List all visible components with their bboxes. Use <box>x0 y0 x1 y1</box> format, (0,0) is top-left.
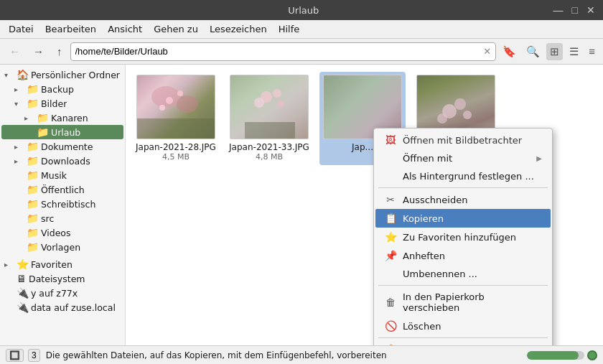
progress-bar <box>527 351 584 360</box>
ctx-item-pin[interactable]: 📌Anheften <box>375 246 551 265</box>
sidebar-item-urlaub[interactable]: 📁Urlaub <box>1 125 123 139</box>
sidebar-label-dateisystem: Dateisystem <box>29 274 85 284</box>
sidebar-item-downloads[interactable]: ▸📁Downloads <box>1 154 123 168</box>
compact-view-button[interactable]: ≡ <box>585 43 599 60</box>
menu-item-hilfe[interactable]: Hilfe <box>273 22 306 37</box>
progress-fill <box>527 351 579 360</box>
close-button[interactable]: ✕ <box>583 3 599 17</box>
sidebar-item-kanaren[interactable]: ▸📁Kanaren <box>1 111 123 125</box>
statusbar-icon-btn2[interactable]: 3 <box>28 349 40 362</box>
file-size-1: 4,8 MB <box>256 152 283 162</box>
folder-icon-oeffentlich: 📁 <box>27 184 39 195</box>
search-icon[interactable]: 🔍 <box>523 43 543 60</box>
sidebar-label-data-auf-zuse: data auf zuse.local <box>31 302 116 313</box>
svg-point-8 <box>273 89 281 98</box>
sidebar-item-dateisystem[interactable]: 🖥Dateisystem <box>1 271 123 286</box>
ctx-item-compress[interactable]: 📦Komprimieren ... <box>375 340 551 345</box>
sidebar-item-data-auf-zuse[interactable]: 🔌data auf zuse.local <box>1 300 123 314</box>
ctx-icon-pin: 📌 <box>384 250 397 261</box>
ctx-label-add-favorites: Zu Favoriten hinzufügen <box>403 232 542 243</box>
address-input[interactable] <box>75 46 484 57</box>
sidebar-label-y-auf-z77x: y auf z77x <box>31 288 78 299</box>
svg-point-0 <box>151 86 180 108</box>
sidebar-item-persoenlicher-ordner[interactable]: ▾🏠Persönlicher Ordner <box>1 67 123 82</box>
menu-item-lesezeichen[interactable]: Lesezeichen <box>204 22 273 37</box>
expand-icon-dokumente: ▸ <box>14 143 24 151</box>
minimize-button[interactable]: — <box>550 3 567 17</box>
ctx-label-copy: Kopieren <box>403 213 542 224</box>
ctx-item-move-trash[interactable]: 🗑In den Papierkorb verschieben <box>375 288 551 317</box>
file-size-0: 4,5 MB <box>162 152 190 162</box>
menubar: DateiBearbeitenAnsichtGehen zuLesezeiche… <box>0 20 603 39</box>
svg-point-16 <box>463 111 472 119</box>
list-view-button[interactable]: ☰ <box>566 43 582 60</box>
sidebar-item-dokumente[interactable]: ▸📁Dokumente <box>1 139 123 154</box>
file-area[interactable]: Japan-2021-28.JPG4,5 MBJapan-2021-33.JPG… <box>126 65 603 345</box>
sidebar-label-bilder: Bilder <box>41 98 67 109</box>
main-area: ▾🏠Persönlicher Ordner▸📁Backup▾📁Bilder▸📁K… <box>0 65 603 345</box>
forward-button[interactable]: → <box>28 42 49 60</box>
statusbar-icon-btn1[interactable]: 🔲 <box>6 349 24 362</box>
icon-view-button[interactable]: ⊞ <box>546 43 563 60</box>
sidebar-label-src: src <box>41 213 54 224</box>
ctx-item-open-with[interactable]: Öffnen mit▶ <box>375 149 551 167</box>
sidebar-item-y-auf-z77x[interactable]: 🔌y auf z77x <box>1 286 123 300</box>
folder-icon-videos: 📁 <box>27 227 39 238</box>
ctx-icon-delete: 🚫 <box>384 320 397 332</box>
menu-item-ansicht[interactable]: Ansicht <box>102 22 148 37</box>
ctx-item-add-favorites[interactable]: ⭐Zu Favoriten hinzufügen <box>375 228 551 246</box>
menu-item-gehen zu[interactable]: Gehen zu <box>148 22 204 37</box>
folder-icon-kanaren: 📁 <box>37 112 49 123</box>
ctx-item-set-background[interactable]: Als Hintergrund festlegen ... <box>375 167 551 185</box>
sidebar-label-kanaren: Kanaren <box>51 113 88 123</box>
sidebar-item-musik[interactable]: 📁Musik <box>1 168 123 182</box>
file-image-1 <box>230 75 308 139</box>
ctx-item-cut[interactable]: ✂Ausschneiden <box>375 190 551 209</box>
ctx-label-open-with: Öffnen mit <box>403 153 530 164</box>
file-item-1[interactable]: Japan-2021-33.JPG4,8 MB <box>226 72 312 165</box>
ctx-label-delete: Löschen <box>403 321 542 332</box>
ctx-icon-cut: ✂ <box>384 194 397 205</box>
file-item-0[interactable]: Japan-2021-28.JPG4,5 MB <box>133 72 219 165</box>
sidebar-item-bilder[interactable]: ▾📁Bilder <box>1 96 123 111</box>
statusbar: 🔲 3 Die gewählten Dateien, auf das Kopie… <box>0 345 603 364</box>
sidebar-item-backup[interactable]: ▸📁Backup <box>1 82 123 96</box>
folder-icon-src: 📁 <box>27 213 39 224</box>
sidebar-item-favoriten[interactable]: ▸⭐Favoriten <box>1 257 123 271</box>
ctx-item-delete[interactable]: 🚫Löschen <box>375 317 551 335</box>
bookmark-icon[interactable]: 🔖 <box>499 43 520 60</box>
folder-icon-musik: 📁 <box>27 169 39 181</box>
menu-item-bearbeiten[interactable]: Bearbeiten <box>39 22 102 37</box>
file-thumbnail-1 <box>230 75 309 139</box>
ctx-icon-add-favorites: ⭐ <box>384 231 397 243</box>
up-button[interactable]: ↑ <box>52 42 67 60</box>
address-bar[interactable]: ✕ <box>70 42 497 61</box>
expand-icon-downloads: ▸ <box>14 157 24 165</box>
context-menu: 🖼Öffnen mit BildbetrachterÖffnen mit▶Als… <box>373 128 553 345</box>
clear-icon[interactable]: ✕ <box>483 46 491 57</box>
sidebar-item-schreibtisch[interactable]: 📁Schreibtisch <box>1 197 123 211</box>
sidebar-item-videos[interactable]: 📁Videos <box>1 225 123 240</box>
progress-knob <box>587 350 597 360</box>
sidebar-item-oeffentlich[interactable]: 📁Öffentlich <box>1 182 123 197</box>
expand-icon-persoenlicher-ordner: ▾ <box>4 71 14 79</box>
folder-icon-urlaub: 📁 <box>37 126 49 138</box>
folder-icon-bilder: 📁 <box>27 98 39 109</box>
sidebar-label-urlaub: Urlaub <box>51 127 80 138</box>
folder-icon-vorlagen: 📁 <box>27 241 39 253</box>
file-thumbnail-0 <box>136 75 215 139</box>
folder-icon-dateisystem: 🖥 <box>17 273 27 284</box>
maximize-button[interactable]: □ <box>569 3 581 17</box>
menu-item-datei[interactable]: Datei <box>3 22 39 37</box>
statusbar-progress <box>527 350 597 360</box>
ctx-item-copy[interactable]: 📋Kopieren <box>375 209 551 228</box>
sidebar-item-src[interactable]: 📁src <box>1 211 123 225</box>
ctx-item-rename[interactable]: Umbenennen ... <box>375 265 551 283</box>
ctx-icon-open-with-viewer: 🖼 <box>384 134 397 146</box>
statusbar-text: Die gewählten Dateien, auf das Kopieren,… <box>46 350 521 360</box>
ctx-item-open-with-viewer[interactable]: 🖼Öffnen mit Bildbetrachter <box>375 131 551 149</box>
folder-icon-schreibtisch: 📁 <box>27 198 39 210</box>
sidebar-item-vorlagen[interactable]: 📁Vorlagen <box>1 240 123 254</box>
svg-point-15 <box>437 113 447 123</box>
back-button[interactable]: ← <box>4 42 25 60</box>
